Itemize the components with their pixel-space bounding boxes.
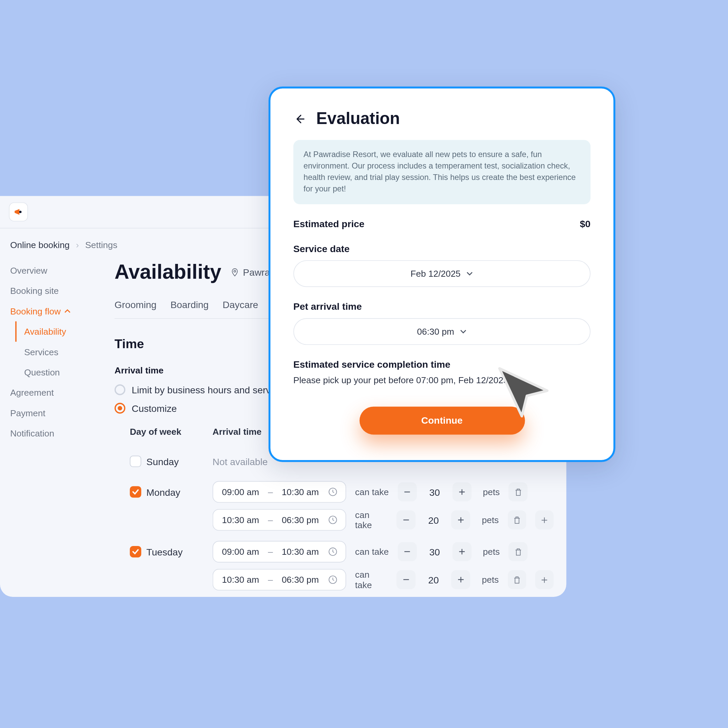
arrival-time-value: 06:30 pm [417, 326, 454, 336]
delete-slot-button[interactable] [508, 570, 526, 589]
pickup-instruction: Please pick up your pet before 07:00 pm,… [293, 375, 590, 385]
service-date-select[interactable]: Feb 12/2025 [293, 260, 590, 286]
sidebar-item-availability[interactable]: Availability [15, 321, 102, 341]
clock-icon [327, 515, 338, 525]
sidebar-item-overview[interactable]: Overview [10, 260, 102, 280]
check-icon [132, 488, 139, 496]
increment-button[interactable]: + [452, 542, 471, 561]
sidebar-item-booking-site[interactable]: Booking site [10, 281, 102, 301]
sidebar-item-label: Booking flow [10, 306, 61, 316]
start-time: 10:30 am [221, 515, 260, 525]
tab-boarding[interactable]: Boarding [171, 299, 209, 318]
chevron-up-icon [64, 308, 71, 315]
sidebar: Overview Booking site Booking flow Avail… [0, 254, 102, 597]
start-time: 09:00 am [221, 547, 260, 557]
radio-label: Limit by business hours and service d [132, 384, 291, 395]
add-slot-button[interactable] [535, 510, 554, 529]
dash: – [268, 515, 273, 525]
sidebar-item-question[interactable]: Question [17, 362, 102, 382]
trash-icon [513, 487, 523, 497]
location-pin-icon [230, 268, 239, 276]
add-slot-button[interactable] [535, 570, 554, 589]
day-checkbox-tuesday[interactable] [130, 546, 141, 557]
delete-slot-button[interactable] [509, 482, 528, 502]
time-slot: 09:00 am – 10:30 am can take − 30 + [213, 541, 554, 563]
dash: – [268, 547, 273, 557]
end-time: 06:30 pm [280, 515, 320, 525]
clock-icon [327, 575, 338, 585]
day-label: Monday [146, 486, 180, 497]
start-time: 10:30 am [221, 575, 260, 585]
radio-icon-selected [115, 403, 125, 413]
page-title: Availability [115, 260, 222, 284]
day-checkbox-sunday[interactable] [130, 456, 141, 467]
plus-icon [540, 575, 549, 584]
dash: – [268, 575, 273, 585]
breadcrumb-sub[interactable]: Settings [85, 240, 118, 250]
svg-point-1 [234, 270, 236, 272]
decrement-button[interactable]: − [397, 570, 416, 589]
time-range-input[interactable]: 09:00 am – 10:30 am [213, 541, 346, 563]
can-take-label: can take [355, 487, 389, 497]
decrement-button[interactable]: − [397, 510, 416, 529]
delete-slot-button[interactable] [509, 542, 528, 561]
info-banner: At Pawradise Resort, we evaluate all new… [293, 140, 590, 204]
app-logo [9, 202, 28, 222]
chevron-down-icon [466, 270, 474, 277]
sidebar-item-services[interactable]: Services [17, 342, 102, 362]
end-time: 06:30 pm [280, 575, 320, 585]
schedule-row-tuesday: Tuesday 09:00 am – 10:30 am can take [130, 537, 554, 596]
can-take-label: can take [355, 547, 389, 557]
sidebar-item-booking-flow[interactable]: Booking flow [10, 301, 102, 321]
decrement-button[interactable]: − [398, 542, 417, 561]
sidebar-item-payment[interactable]: Payment [10, 403, 102, 423]
megaphone-icon [13, 206, 24, 218]
capacity-stepper: − 20 + [397, 510, 471, 529]
time-slot: 10:30 am – 06:30 pm can take − 20 + [213, 569, 554, 590]
col-day: Day of week [130, 426, 213, 436]
breadcrumb-main[interactable]: Online booking [10, 240, 69, 250]
capacity-stepper: − 30 + [398, 482, 471, 502]
time-range-input[interactable]: 10:30 am – 06:30 pm [213, 569, 346, 590]
can-take-label: can take [355, 570, 388, 590]
time-slot: 10:30 am – 06:30 pm can take − 20 + [213, 509, 554, 531]
trash-icon [512, 515, 522, 525]
pets-label: pets [482, 575, 499, 585]
decrement-button[interactable]: − [398, 482, 417, 502]
svg-point-0 [19, 211, 21, 213]
continue-button-label: Continue [421, 415, 463, 426]
increment-button[interactable]: + [451, 510, 471, 529]
back-arrow-icon[interactable] [293, 112, 306, 125]
completion-time-label: Estimated service completion time [293, 359, 590, 369]
pets-label: pets [482, 515, 499, 525]
can-take-label: can take [355, 509, 388, 530]
pets-label: pets [483, 547, 500, 557]
clock-icon [327, 487, 338, 497]
continue-button[interactable]: Continue [359, 406, 525, 434]
chevron-down-icon [459, 327, 467, 335]
tab-grooming[interactable]: Grooming [115, 299, 156, 318]
dash: – [268, 487, 273, 497]
estimated-price-label: Estimated price [293, 218, 364, 229]
capacity-value: 30 [417, 546, 453, 557]
sidebar-item-notification[interactable]: Notification [10, 423, 102, 444]
start-time: 09:00 am [221, 487, 260, 497]
sidebar-item-agreement[interactable]: Agreement [10, 382, 102, 403]
modal-title: Evaluation [316, 109, 400, 129]
delete-slot-button[interactable] [508, 510, 526, 529]
clock-icon [327, 547, 338, 557]
trash-icon [512, 575, 522, 584]
radio-label: Customize [132, 403, 177, 413]
tab-daycare[interactable]: Daycare [223, 299, 258, 318]
arrival-time-select[interactable]: 06:30 pm [293, 318, 590, 344]
radio-icon [115, 384, 125, 395]
increment-button[interactable]: + [452, 482, 471, 502]
end-time: 10:30 am [280, 487, 320, 497]
increment-button[interactable]: + [451, 570, 471, 589]
capacity-value: 30 [417, 486, 453, 497]
time-range-input[interactable]: 10:30 am – 06:30 pm [213, 509, 346, 531]
time-range-input[interactable]: 09:00 am – 10:30 am [213, 481, 346, 503]
pets-label: pets [483, 487, 500, 497]
day-checkbox-monday[interactable] [130, 486, 141, 497]
schedule-row-monday: Monday 09:00 am – 10:30 am can take [130, 477, 554, 537]
